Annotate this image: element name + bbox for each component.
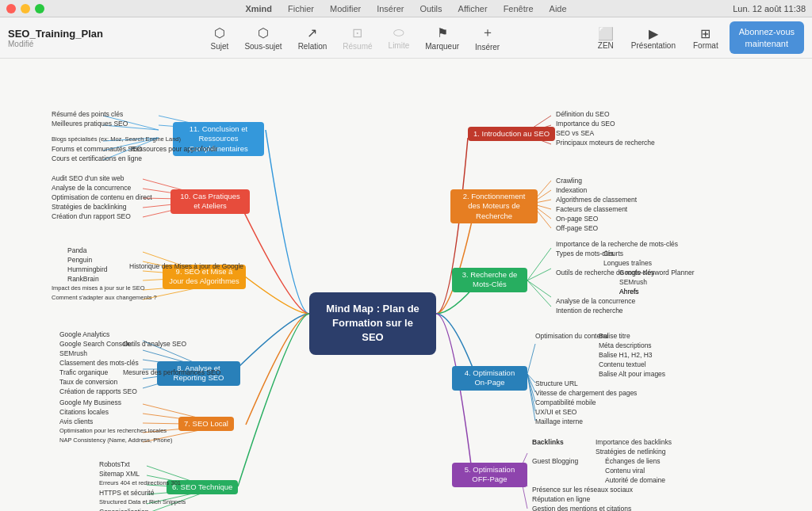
leaf-meilleures-pratiques: Meilleures pratiques SEO bbox=[49, 119, 130, 128]
leaf-reputation: Gestion des mentions et citations bbox=[530, 504, 634, 511]
presentation-button[interactable]: ▶ Présentation bbox=[625, 23, 682, 53]
leaf-balise-h: Balise H1, H2, H3 bbox=[596, 350, 655, 360]
leaf-cours-certifications: Cours et certifications en ligne bbox=[49, 154, 144, 163]
leaf-semrush-mc: SEMrush bbox=[617, 277, 649, 287]
maximize-button[interactable] bbox=[35, 4, 44, 13]
minimize-button[interactable] bbox=[21, 4, 30, 13]
menu-aide[interactable]: Aide bbox=[550, 4, 567, 13]
leaf-citations-locales: Citations locales bbox=[57, 407, 111, 417]
leaf-canonicalisation: Canonicalisation bbox=[97, 507, 151, 511]
tool-marqueur[interactable]: ⚑ Marqueur bbox=[419, 22, 465, 54]
leaf-nap-consistency: NAP Consistency (Name, Address, Phone) bbox=[57, 436, 174, 444]
leaf-backlinks-label: Backlinks bbox=[530, 437, 566, 447]
leaf-gkp: Google Keyword Planner bbox=[617, 268, 697, 277]
leaf-resume-points: Résumé des points clés bbox=[49, 109, 125, 119]
tool-sous-sujet[interactable]: ⬡ Sous-sujet bbox=[238, 22, 288, 54]
resume-label: Résumé bbox=[343, 42, 372, 51]
leaf-erreurs-404: Erreurs 404 et redirections 301 bbox=[97, 479, 183, 487]
branch-mots-cles[interactable]: 3. Recherche de Mots-Clés bbox=[452, 268, 527, 292]
close-button[interactable] bbox=[6, 4, 16, 13]
format-icon: ⊞ bbox=[700, 26, 710, 41]
menu-bar: Xmind Fichier Modifier Insérer Outils Af… bbox=[245, 4, 566, 13]
leaf-ux-ui: UX/UI et SEO bbox=[533, 407, 579, 417]
relation-label: Relation bbox=[298, 42, 327, 51]
limite-icon: ⬭ bbox=[393, 25, 404, 40]
leaf-meta-desc: Méta descriptions bbox=[596, 341, 654, 350]
leaf-comment-adapter: Comment s'adapter aux changements ? bbox=[49, 293, 159, 302]
inserer-label: Insérer bbox=[475, 43, 500, 51]
leaf-netlinking: Guest Blogging bbox=[530, 456, 580, 466]
svg-line-12 bbox=[527, 280, 551, 297]
branch-offpage[interactable]: 5. Optimisation OFF-Page bbox=[452, 463, 527, 487]
zen-icon: ⬜ bbox=[598, 26, 614, 41]
leaf-creation-rapports: Création de rapports SEO bbox=[57, 387, 140, 396]
leaf-quest-backlink: Importance des backlinks bbox=[593, 437, 674, 447]
app-name: Xmind bbox=[245, 4, 272, 13]
leaf-offpage-seo: Off-page SEO bbox=[553, 223, 600, 233]
titlebar: Xmind Fichier Modifier Insérer Outils Af… bbox=[0, 0, 812, 17]
menu-modifier[interactable]: Modifier bbox=[330, 4, 361, 13]
tool-resume[interactable]: ⊡ Résumé bbox=[336, 22, 378, 54]
leaf-seo-vs-sea: SEO vs SEA bbox=[553, 128, 596, 138]
window-controls[interactable] bbox=[6, 4, 44, 13]
branch-cas[interactable]: 10. Cas Pratiques et Ateliers bbox=[170, 189, 250, 214]
center-node[interactable]: Mind Map : Plan de Formation sur le SEO bbox=[309, 292, 436, 355]
leaf-importance-backlinks: Stratégies de netlinking bbox=[593, 447, 668, 456]
limite-label: Limite bbox=[389, 41, 410, 50]
toolbar: SEO_Training_Plan Modifié ⬡ Sujet ⬡ Sous… bbox=[0, 17, 812, 59]
menu-fenetre[interactable]: Fenêtre bbox=[504, 4, 534, 13]
leaf-analyse-concurrence: Analyse de la concurrence bbox=[553, 296, 638, 306]
leaf-hummingbird: Hummingbird bbox=[65, 265, 110, 274]
leaf-intention: Intention de recherche bbox=[553, 306, 626, 315]
leaf-penguin: Penguin bbox=[65, 255, 94, 265]
leaf-panda: Panda bbox=[65, 246, 90, 255]
leaf-contenu-viral: Autorité de domaine bbox=[603, 475, 668, 485]
relation-icon: ↗ bbox=[307, 25, 317, 40]
tool-sujet[interactable]: ⬡ Sujet bbox=[205, 22, 236, 54]
format-label: Format bbox=[693, 41, 718, 50]
leaf-google-my-business: Google My Business bbox=[57, 398, 124, 407]
leaf-moteurs-principaux: Principaux moteurs de recherche bbox=[553, 138, 657, 147]
branch-moteurs[interactable]: 2. Fonctionnement des Moteurs de Recherc… bbox=[450, 189, 538, 223]
tool-group: ⬡ Sujet ⬡ Sous-sujet ↗ Relation ⊡ Résumé… bbox=[119, 21, 592, 55]
leaf-outils-analyse: Outils d'analyse SEO bbox=[121, 339, 189, 349]
leaf-optim-recherches-locales: Optimisation pour les recherches locales bbox=[57, 426, 169, 435]
leaf-analyse-concurrence-cas: Analyse de la concurrence bbox=[49, 183, 133, 193]
leaf-facteurs: Facteurs de classement bbox=[553, 204, 630, 214]
leaf-importance-mc: Importance de la recherche de mots-clés bbox=[553, 239, 680, 249]
branch-onpage[interactable]: 4. Optimisation On-Page bbox=[452, 366, 527, 391]
zen-button[interactable]: ⬜ ZEN bbox=[592, 23, 620, 53]
leaf-guest-blogging: Échanges de liens bbox=[603, 456, 662, 466]
leaf-blogs-special: Blogs spécialisés (ex: Moz, Search Engin… bbox=[49, 135, 183, 143]
leaf-contenu-textuel: Contenu textuel bbox=[596, 360, 649, 369]
leaf-reseaux-sociaux: Réputation en ligne bbox=[530, 494, 592, 504]
leaf-vitesse: Vitesse de chargement des pages bbox=[533, 388, 639, 398]
leaf-ahrefs: Ahrefs bbox=[617, 287, 642, 296]
presentation-label: Présentation bbox=[631, 41, 676, 50]
format-button[interactable]: ⊞ Format bbox=[687, 23, 725, 53]
toolbar-right: ⬜ ZEN ▶ Présentation ⊞ Format Abonnez-vo… bbox=[592, 21, 804, 54]
tool-relation[interactable]: ↗ Relation bbox=[292, 22, 334, 54]
svg-line-14 bbox=[527, 344, 535, 374]
leaf-courts: Courts bbox=[601, 249, 626, 258]
branch-local[interactable]: 7. SEO Local bbox=[178, 417, 234, 431]
svg-line-11 bbox=[527, 269, 551, 280]
resume-icon: ⊡ bbox=[352, 25, 362, 40]
menu-fichier[interactable]: Fichier bbox=[288, 4, 314, 13]
menu-inserer[interactable]: Insérer bbox=[377, 4, 404, 13]
branch-intro[interactable]: 1. Introduction au SEO bbox=[468, 127, 555, 141]
sujet-label: Sujet bbox=[211, 42, 229, 51]
leaf-impact-mises-a-jour: Impact des mises à jour sur le SEO bbox=[49, 284, 147, 292]
tool-inserer[interactable]: ＋ Insérer bbox=[469, 21, 506, 55]
mindmap-canvas[interactable]: Mind Map : Plan de Formation sur le SEO … bbox=[0, 59, 812, 511]
inserer-icon: ＋ bbox=[481, 25, 494, 41]
modified-label: Modifié bbox=[8, 40, 103, 48]
leaf-google-analytics: Google Analytics bbox=[57, 330, 112, 339]
marqueur-icon: ⚑ bbox=[437, 25, 448, 40]
menu-afficher[interactable]: Afficher bbox=[458, 4, 488, 13]
tool-limite[interactable]: ⬭ Limite bbox=[382, 22, 416, 53]
datetime: Lun. 12 août 11:38 bbox=[733, 4, 806, 13]
leaf-structured-data: Structured Data et Rich Snippets bbox=[97, 498, 188, 506]
menu-outils[interactable]: Outils bbox=[419, 4, 442, 13]
subscribe-button[interactable]: Abonnez-vous maintenant bbox=[730, 21, 804, 54]
